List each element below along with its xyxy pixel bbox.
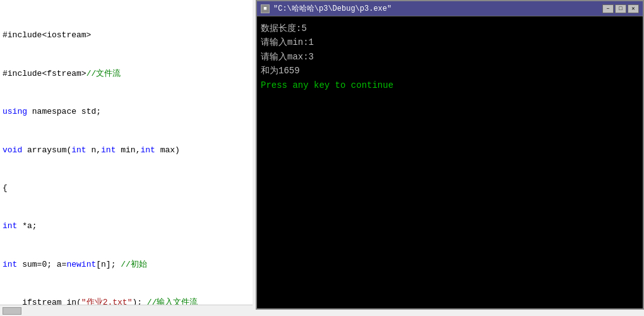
console-title: "C:\哈哈哈\p3\Debug\p3.exe" — [273, 3, 391, 14]
code-line: int *a; — [3, 220, 250, 233]
horizontal-scrollbar[interactable] — [0, 305, 253, 316]
scroll-thumb[interactable] — [3, 307, 21, 315]
code-line: int sum=0; a=new int[n]; //初始 — [3, 258, 250, 271]
console-title-left: ■ "C:\哈哈哈\p3\Debug\p3.exe" — [261, 3, 391, 14]
output-line-2: 请输入min:1 — [261, 35, 639, 49]
console-icon: ■ — [261, 4, 270, 13]
maximize-button[interactable]: □ — [615, 4, 626, 13]
code-line: #include<iostream> — [3, 29, 250, 42]
code-editor: #include<iostream> #include<fstream>//文件… — [0, 0, 253, 316]
output-line-1: 数据长度:5 — [261, 21, 639, 35]
code-line: void arraysum(int n,int min,int max) — [3, 144, 250, 157]
code-content: #include<iostream> #include<fstream>//文件… — [0, 0, 253, 316]
output-line-4: 和为1659 — [261, 64, 639, 78]
console-window: ■ "C:\哈哈哈\p3\Debug\p3.exe" – □ ✕ 数据长度:5 … — [256, 0, 644, 310]
minimize-button[interactable]: – — [602, 4, 614, 13]
console-titlebar: ■ "C:\哈哈哈\p3\Debug\p3.exe" – □ ✕ — [257, 1, 643, 16]
console-window-controls: – □ ✕ — [602, 4, 639, 13]
code-line: { — [3, 182, 250, 195]
console-body: 数据长度:5 请输入min:1 请输入max:3 和为1659 Press an… — [257, 16, 643, 308]
console-output: 数据长度:5 请输入min:1 请输入max:3 和为1659 Press an… — [261, 21, 639, 92]
close-button[interactable]: ✕ — [628, 4, 639, 13]
code-line: using namespace std; — [3, 106, 250, 118]
output-line-3: 请输入max:3 — [261, 50, 639, 64]
code-line: #include<fstream>//文件流 — [3, 68, 250, 80]
output-line-5: Press any key to continue — [261, 78, 639, 92]
